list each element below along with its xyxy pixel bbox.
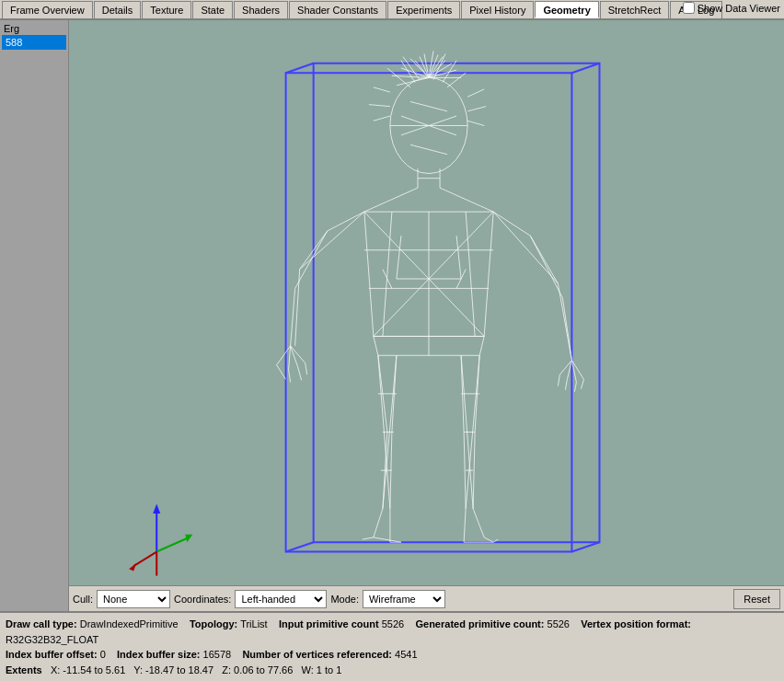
reset-button[interactable]: Reset xyxy=(733,589,780,609)
extents-z: Z: 0.06 to 77.66 xyxy=(222,664,293,675)
info-panel: Draw call type: DrawIndexedPrimitive Top… xyxy=(0,611,784,681)
svg-rect-0 xyxy=(69,20,784,585)
index-buffer-offset-value: 0 xyxy=(100,649,106,660)
viewport-area: Cull: None CW CCW Coordinates: Left-hand… xyxy=(69,20,784,611)
sidebar-item-588[interactable]: 588 xyxy=(2,35,66,50)
coordinates-label: Coordinates: xyxy=(174,594,231,605)
mode-label: Mode: xyxy=(330,594,359,605)
generated-primitive-label: Generated primitive count: xyxy=(415,618,544,629)
tab-shader-constants[interactable]: Shader Constants xyxy=(289,1,386,18)
3d-viewport[interactable] xyxy=(69,20,784,585)
mode-select[interactable]: Wireframe Solid Textured xyxy=(363,590,445,608)
sidebar: Erg 588 xyxy=(0,20,69,611)
num-vertices-label: Number of vertices referenced: xyxy=(242,649,392,660)
tab-shaders[interactable]: Shaders xyxy=(234,1,288,18)
tab-stretchrect[interactable]: StretchRect xyxy=(600,1,669,18)
extents-w: W: 1 to 1 xyxy=(302,664,342,675)
tabs-container: Frame OverviewDetailsTextureStateShaders… xyxy=(2,1,723,18)
bounding-box-svg xyxy=(69,20,784,585)
topology-value: TriList xyxy=(240,618,268,629)
tab-pixel-history[interactable]: Pixel History xyxy=(461,1,534,18)
draw-call-type-label: Draw call type: xyxy=(6,618,77,629)
input-primitive-value: 5526 xyxy=(382,618,404,629)
tab-experiments[interactable]: Experiments xyxy=(387,1,460,18)
index-buffer-size-value: 16578 xyxy=(203,649,232,660)
cull-select[interactable]: None CW CCW xyxy=(97,590,170,608)
extents-y: Y: -18.47 to 18.47 xyxy=(133,664,213,675)
sidebar-items: 588 xyxy=(2,35,66,50)
vertex-position-label: Vertex position format: xyxy=(581,618,691,629)
tab-bar: Frame OverviewDetailsTextureStateShaders… xyxy=(0,0,784,20)
tab-geometry[interactable]: Geometry xyxy=(535,1,598,18)
sidebar-label: Erg xyxy=(2,22,66,35)
info-line-1: Draw call type: DrawIndexedPrimitive Top… xyxy=(6,617,778,647)
generated-primitive-value: 5526 xyxy=(548,618,570,629)
extents-x: X: -11.54 to 5.61 xyxy=(51,664,125,675)
input-primitive-label: Input primitive count xyxy=(279,618,379,629)
index-buffer-offset-label: Index buffer offset: xyxy=(6,649,98,660)
coordinates-select[interactable]: Left-handed Right-handed xyxy=(235,590,327,608)
tab-details[interactable]: Details xyxy=(94,1,142,18)
show-data-viewer-checkbox[interactable] xyxy=(683,2,695,14)
draw-call-type-value: DrawIndexedPrimitive xyxy=(80,618,179,629)
tab-texture[interactable]: Texture xyxy=(142,1,191,18)
topology-label: Topology: xyxy=(190,618,237,629)
tab-frame-overview[interactable]: Frame Overview xyxy=(2,1,93,18)
vertex-position-value: R32G32B32_FLOAT xyxy=(6,634,98,645)
info-line-3: Extents X: -11.54 to 5.61 Y: -18.47 to 1… xyxy=(6,663,778,678)
tab-state[interactable]: State xyxy=(192,1,233,18)
show-data-viewer-label: Show Data Viewer xyxy=(698,3,780,14)
cull-label: Cull: xyxy=(73,594,93,605)
info-line-2: Index buffer offset: 0 Index buffer size… xyxy=(6,647,778,663)
extents-label: Extents xyxy=(6,664,42,675)
index-buffer-size-label: Index buffer size: xyxy=(117,649,200,660)
num-vertices-value: 4541 xyxy=(395,649,417,660)
controls-bar: Cull: None CW CCW Coordinates: Left-hand… xyxy=(69,585,784,611)
show-data-viewer-container: Show Data Viewer xyxy=(683,2,780,14)
